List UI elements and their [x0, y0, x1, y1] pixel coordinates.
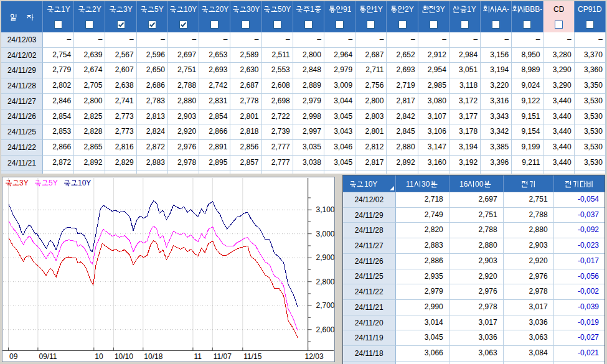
svg-text:10Y: 10Y: [364, 180, 377, 188]
svg-text:50Y: 50Y: [278, 5, 291, 13]
svg-text:2,900: 2,900: [316, 253, 335, 262]
svg-text:1Y: 1Y: [61, 5, 70, 13]
svg-text:2,600: 2,600: [316, 325, 335, 334]
svg-text:09: 09: [9, 352, 18, 361]
svg-text:3,100: 3,100: [316, 205, 335, 214]
svg-text:CP91D: CP91D: [578, 5, 602, 13]
svg-text:5Y: 5Y: [49, 179, 58, 187]
svg-text:91: 91: [343, 5, 351, 13]
svg-text:1Y: 1Y: [374, 5, 383, 13]
svg-text:30: 30: [421, 180, 430, 188]
svg-text:3Y: 3Y: [436, 5, 445, 13]
svg-text:AA-: AA-: [497, 5, 509, 13]
svg-text:10Y: 10Y: [78, 179, 91, 187]
svg-text:CD: CD: [553, 5, 564, 13]
svg-text:10Y: 10Y: [184, 5, 197, 13]
svg-text:3,000: 3,000: [316, 230, 335, 238]
svg-text:00: 00: [475, 180, 484, 188]
svg-text:12/03: 12/03: [305, 352, 324, 361]
svg-text:2Y: 2Y: [405, 5, 414, 13]
svg-text:2Y: 2Y: [92, 5, 101, 13]
svg-text:20Y: 20Y: [215, 5, 228, 13]
svg-text:2,800: 2,800: [316, 278, 335, 286]
svg-text:5Y: 5Y: [154, 5, 164, 13]
svg-text:16: 16: [459, 180, 468, 188]
svg-text:11: 11: [406, 180, 414, 188]
svg-text:11: 11: [194, 352, 202, 361]
svg-text:3Y: 3Y: [19, 179, 29, 187]
svg-text:10/10: 10/10: [115, 352, 133, 361]
svg-text:1: 1: [310, 5, 314, 13]
svg-text:11/15: 11/15: [243, 352, 261, 361]
svg-text:2,700: 2,700: [316, 301, 335, 310]
svg-text:10: 10: [95, 352, 103, 361]
svg-text:30Y: 30Y: [247, 5, 260, 13]
svg-text:3Y: 3Y: [123, 5, 133, 13]
svg-text:10/18: 10/18: [144, 352, 162, 361]
svg-text:11/07: 11/07: [214, 352, 232, 361]
svg-text:09/11: 09/11: [39, 352, 57, 361]
svg-text:BBB-: BBB-: [525, 5, 543, 13]
svg-text:1Y: 1Y: [467, 5, 476, 13]
